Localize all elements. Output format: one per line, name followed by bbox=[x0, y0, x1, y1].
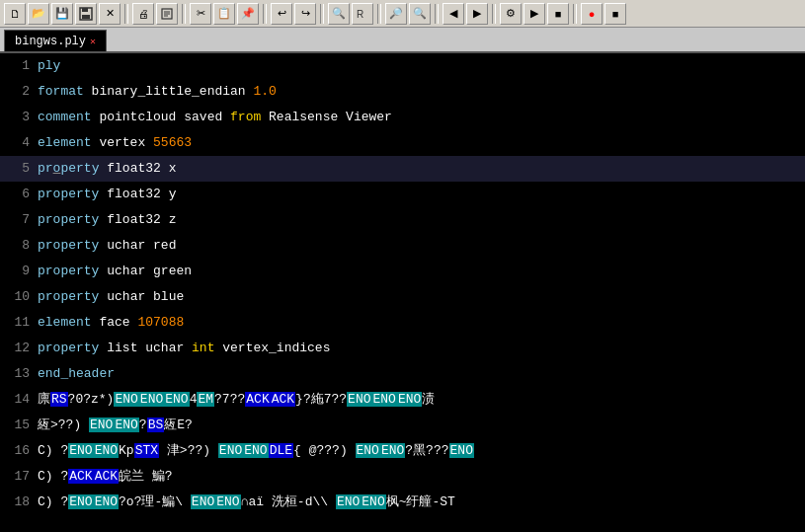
save-button[interactable]: 💾 bbox=[51, 3, 73, 25]
line-content-8: property uchar red bbox=[38, 233, 176, 259]
line-8: 8 property uchar red bbox=[0, 233, 805, 259]
line-content-16: C) ?ENOENOKpSTX 津>??) ENOENODLE{ @???) E… bbox=[38, 438, 474, 464]
line-15: 15 絚>??) ENOENO?BS絚E? bbox=[0, 413, 805, 438]
line-17: 17 C) ?ACKACK皖兰 鯿? bbox=[0, 464, 805, 490]
sep6 bbox=[435, 4, 439, 24]
paste-button[interactable]: 📌 bbox=[237, 3, 259, 25]
stop-button[interactable]: ■ bbox=[547, 3, 569, 25]
line-content-12: property list uchar int vertex_indices bbox=[38, 336, 330, 361]
line-num-6: 6 bbox=[0, 182, 38, 207]
save-all-button[interactable] bbox=[75, 3, 97, 25]
next-button[interactable]: ▶ bbox=[466, 3, 488, 25]
zoom-out-button[interactable]: 🔍 bbox=[409, 3, 431, 25]
line-content-9: property uchar green bbox=[38, 259, 192, 284]
line-16: 16 C) ?ENOENOKpSTX 津>??) ENOENODLE{ @???… bbox=[0, 438, 805, 464]
open-button[interactable]: 📂 bbox=[28, 3, 49, 25]
line-content-15: 絚>??) ENOENO?BS絚E? bbox=[38, 413, 193, 438]
line-4: 4 element vertex 55663 bbox=[0, 130, 805, 156]
line-num-14: 14 bbox=[0, 387, 38, 413]
line-3: 3 comment pointcloud saved from Realsens… bbox=[0, 105, 805, 130]
line-5: 5 property float32 x bbox=[0, 156, 805, 182]
redo-button[interactable]: ↪ bbox=[294, 3, 316, 25]
sep7 bbox=[492, 4, 496, 24]
tab-bingws-ply[interactable]: bingws.ply ✕ bbox=[4, 30, 107, 51]
line-content-10: property uchar blue bbox=[38, 284, 184, 310]
line-10: 10 property uchar blue bbox=[0, 284, 805, 310]
sep1 bbox=[124, 4, 128, 24]
line-num-17: 17 bbox=[0, 464, 38, 490]
line-num-18: 18 bbox=[0, 490, 38, 515]
line-content-11: element face 107088 bbox=[38, 310, 184, 336]
line-2: 2 format binary_little_endian 1.0 bbox=[0, 79, 805, 105]
tab-bar: bingws.ply ✕ bbox=[0, 28, 805, 53]
line-content-14: 廪RS?0?z*)ENOENOENO4EM?7??ACKACK}?絁7??ENO… bbox=[38, 387, 435, 413]
line-num-5: 5 bbox=[0, 156, 38, 182]
editor[interactable]: 1 ply 2 format binary_little_endian 1.0 … bbox=[0, 53, 805, 532]
line-11: 11 element face 107088 bbox=[0, 310, 805, 336]
new-button[interactable]: 🗋 bbox=[4, 3, 26, 25]
cut-button[interactable]: ✂ bbox=[190, 3, 211, 25]
line-6: 6 property float32 y bbox=[0, 182, 805, 207]
svg-rect-2 bbox=[82, 15, 90, 19]
line-content-17: C) ?ACKACK皖兰 鯿? bbox=[38, 464, 173, 490]
sep8 bbox=[573, 4, 577, 24]
undo-button[interactable]: ↩ bbox=[271, 3, 292, 25]
line-num-1: 1 bbox=[0, 53, 38, 79]
line-1: 1 ply bbox=[0, 53, 805, 79]
line-content-7: property float32 z bbox=[38, 207, 176, 233]
settings-button[interactable]: ⚙ bbox=[500, 3, 522, 25]
line-14: 14 廪RS?0?z*)ENOENOENO4EM?7??ACKACK}?絁7??… bbox=[0, 387, 805, 413]
line-num-8: 8 bbox=[0, 233, 38, 259]
sep3 bbox=[263, 4, 267, 24]
prev-button[interactable]: ◀ bbox=[443, 3, 464, 25]
line-content-2: format binary_little_endian 1.0 bbox=[38, 79, 277, 105]
sep5 bbox=[377, 4, 381, 24]
copy-button[interactable]: 📋 bbox=[213, 3, 235, 25]
zoom-in-button[interactable]: 🔎 bbox=[385, 3, 407, 25]
run-button[interactable]: ▶ bbox=[523, 3, 545, 25]
line-9: 9 property uchar green bbox=[0, 259, 805, 284]
line-num-9: 9 bbox=[0, 259, 38, 284]
find-button[interactable]: 🔍 bbox=[328, 3, 350, 25]
line-13: 13 end_header bbox=[0, 361, 805, 387]
tab-close-icon[interactable]: ✕ bbox=[90, 36, 96, 47]
line-content-3: comment pointcloud saved from Realsense … bbox=[38, 105, 392, 130]
stop-record-button[interactable]: ■ bbox=[604, 3, 626, 25]
toolbar: 🗋 📂 💾 ✕ 🖨 ✂ 📋 📌 ↩ ↪ 🔍 R 🔎 🔍 ◀ ▶ ⚙ ▶ ■ ● … bbox=[0, 0, 805, 28]
record-button[interactable]: ● bbox=[581, 3, 603, 25]
print-preview-button[interactable] bbox=[156, 3, 178, 25]
tab-label: bingws.ply bbox=[15, 35, 86, 48]
line-num-4: 4 bbox=[0, 130, 38, 156]
line-num-12: 12 bbox=[0, 336, 38, 361]
line-content-6: property float32 y bbox=[38, 182, 176, 207]
print-button[interactable]: 🖨 bbox=[132, 3, 154, 25]
replace-button[interactable]: R bbox=[352, 3, 373, 25]
line-num-2: 2 bbox=[0, 79, 38, 105]
line-num-3: 3 bbox=[0, 105, 38, 130]
sep4 bbox=[320, 4, 324, 24]
line-content-4: element vertex 55663 bbox=[38, 130, 192, 156]
svg-text:R: R bbox=[357, 9, 363, 20]
line-content-1: ply bbox=[38, 53, 60, 79]
sep2 bbox=[182, 4, 186, 24]
line-num-10: 10 bbox=[0, 284, 38, 310]
line-12: 12 property list uchar int vertex_indice… bbox=[0, 336, 805, 361]
line-content-13: end_header bbox=[38, 361, 115, 387]
line-num-15: 15 bbox=[0, 413, 38, 438]
line-content-18: C) ?ENOENO?o?理-鯿\ ENOENO∩aï 洗桓-d\\ ENOEN… bbox=[38, 490, 455, 515]
line-content-5: property float32 x bbox=[38, 156, 176, 182]
line-num-11: 11 bbox=[0, 310, 38, 336]
line-num-13: 13 bbox=[0, 361, 38, 387]
line-18: 18 C) ?ENOENO?o?理-鯿\ ENOENO∩aï 洗桓-d\\ EN… bbox=[0, 490, 805, 515]
line-num-16: 16 bbox=[0, 438, 38, 464]
line-7: 7 property float32 z bbox=[0, 207, 805, 233]
close-button[interactable]: ✕ bbox=[99, 3, 121, 25]
line-num-7: 7 bbox=[0, 207, 38, 233]
svg-rect-1 bbox=[82, 8, 88, 12]
